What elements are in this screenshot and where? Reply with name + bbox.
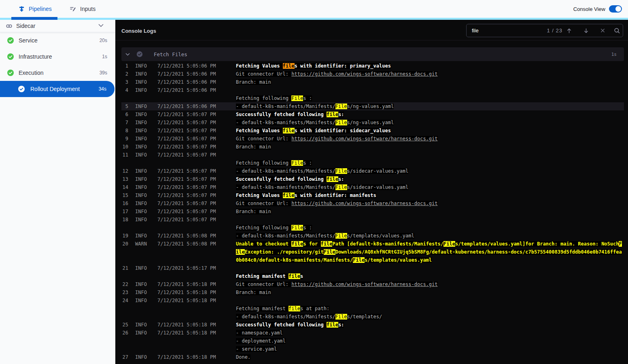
log-section-header[interactable]: Fetch Files 1s bbox=[121, 47, 624, 61]
stage-duration: 1s bbox=[102, 49, 107, 65]
log-message-cell: Git connector Url: https://github.com/wi… bbox=[236, 280, 624, 288]
stage-label: Execution bbox=[19, 65, 43, 81]
log-message-cell: Branch: main bbox=[236, 288, 624, 296]
log-message-cell: Fetching following Files : bbox=[236, 86, 624, 102]
log-line-number: 1 bbox=[121, 62, 128, 70]
log-message-cell: Branch: main bbox=[236, 207, 624, 216]
log-message-cell: Git connector Url: https://github.com/wi… bbox=[236, 199, 624, 207]
search-match: file bbox=[289, 273, 300, 279]
section-chevron-down-icon[interactable] bbox=[125, 53, 130, 56]
log-message: Fetching manifest files at path: bbox=[236, 306, 329, 311]
log-level: INFO bbox=[135, 216, 157, 232]
log-message: Unable to checkout files for filePath [d… bbox=[236, 241, 622, 263]
prev-match-button[interactable] bbox=[566, 28, 572, 34]
log-link[interactable]: https://github.com/wings-software/harnes… bbox=[291, 201, 437, 206]
log-line-number: 2 bbox=[121, 70, 128, 78]
active-tab-underline bbox=[11, 17, 57, 20]
log-timestamp: 7/12/2021 5:05:07 PM bbox=[157, 110, 236, 119]
log-message: Fetching Values files with identifier: m… bbox=[236, 193, 376, 198]
log-message: Branch: main bbox=[236, 209, 271, 214]
success-check-icon bbox=[18, 86, 25, 92]
log-timestamp: 7/12/2021 5:05:07 PM bbox=[157, 175, 236, 183]
log-line-16: 16INFO7/12/2021 5:05:07 PMGit connector … bbox=[121, 199, 624, 207]
log-message: - default-k8s-manifests/Manifests/Files/… bbox=[236, 314, 382, 320]
log-line-number: 27 bbox=[121, 353, 128, 361]
search-box[interactable]: file 1 / 23 bbox=[466, 24, 623, 37]
log-timestamp: 7/12/2021 5:05:08 PM bbox=[157, 240, 236, 264]
log-timestamp: 7/12/2021 5:05:07 PM bbox=[157, 167, 236, 175]
log-message-cell: - default-k8s-manifests/Manifests/Files/… bbox=[236, 167, 624, 175]
log-line-14: 14INFO7/12/2021 5:05:07 PM- default-k8s-… bbox=[121, 183, 624, 191]
log-line-10: 10INFO7/12/2021 5:05:07 PMBranch: main bbox=[121, 143, 624, 151]
log-level: INFO bbox=[135, 175, 157, 183]
next-match-button[interactable] bbox=[583, 28, 589, 34]
section-status-icon bbox=[136, 51, 143, 57]
log-line-19: 19INFO7/12/2021 5:05:08 PM- default-k8s-… bbox=[121, 232, 624, 240]
search-match: file bbox=[283, 193, 295, 198]
stage-duration: 20s bbox=[100, 32, 107, 49]
log-level: INFO bbox=[135, 191, 157, 199]
log-level: INFO bbox=[135, 102, 157, 110]
tab-pipelines-label: Pipelines bbox=[29, 6, 52, 12]
sidebar-item-rollout-deployment[interactable]: Rollout Deployment 34s bbox=[0, 81, 115, 97]
section-duration: 1s bbox=[611, 52, 617, 57]
console-view-toggle[interactable] bbox=[609, 5, 622, 13]
log-line-12: 12INFO7/12/2021 5:05:07 PM- default-k8s-… bbox=[121, 167, 624, 175]
sidebar-item-service[interactable]: Service20s bbox=[0, 32, 115, 49]
search-match: file bbox=[327, 322, 338, 328]
search-icon[interactable] bbox=[614, 28, 620, 34]
log-timestamp: 7/12/2021 5:05:07 PM bbox=[157, 135, 236, 143]
log-line-11: 11INFO7/12/2021 5:05:07 PMFetching follo… bbox=[121, 151, 624, 167]
log-message: Fetching following Files : bbox=[236, 160, 312, 166]
log-line-27: 27INFO7/12/2021 5:05:18 PMDone. bbox=[121, 353, 624, 361]
log-link[interactable]: https://github.com/wings-software/harnes… bbox=[291, 136, 437, 142]
clear-search-icon[interactable] bbox=[599, 28, 606, 34]
log-level: INFO bbox=[135, 232, 157, 240]
success-check-icon bbox=[7, 70, 14, 76]
console-logs-title: Console Logs bbox=[121, 28, 156, 34]
pipeline-header[interactable]: Sidecar bbox=[0, 20, 115, 32]
log-message: Git connector Url: https://github.com/wi… bbox=[236, 136, 438, 142]
log-message: - default-k8s-manifests/Manifests/Files/… bbox=[236, 233, 414, 239]
log-line-number: 12 bbox=[121, 167, 128, 175]
log-line-3: 3INFO7/12/2021 5:05:06 PMBranch: main bbox=[121, 78, 624, 86]
console-header: Console Logs file 1 / 23 bbox=[115, 20, 628, 40]
log-line-24: 24INFO7/12/2021 5:05:18 PMFetching manif… bbox=[121, 296, 624, 321]
pipeline-title: Sidecar bbox=[16, 23, 35, 29]
log-timestamp: 7/12/2021 5:05:07 PM bbox=[157, 207, 236, 216]
sidebar-item-execution[interactable]: Execution39s bbox=[0, 65, 115, 81]
log-line-number: 20 bbox=[121, 240, 128, 264]
log-timestamp: 7/12/2021 5:05:18 PM bbox=[157, 321, 236, 329]
log-line-17: 17INFO7/12/2021 5:05:07 PMBranch: main bbox=[121, 207, 624, 216]
log-timestamp: 7/12/2021 5:05:18 PM bbox=[157, 288, 236, 296]
log-timestamp: 7/12/2021 5:05:06 PM bbox=[157, 62, 236, 70]
log-level: INFO bbox=[135, 70, 157, 78]
stage-label: Infrastructure bbox=[19, 49, 52, 65]
log-message: Fetching following Files : bbox=[236, 225, 312, 231]
log-line-number: 25 bbox=[121, 321, 128, 329]
log-level: INFO bbox=[135, 329, 157, 353]
log-line-6: 6INFO7/12/2021 5:05:07 PMSuccessfully fe… bbox=[121, 110, 624, 119]
log-message: Successfully fetched following files: bbox=[236, 112, 344, 117]
log-level: WARN bbox=[135, 240, 157, 264]
log-link[interactable]: https://github.com/wings-software/harnes… bbox=[291, 281, 437, 287]
sidebar-item-infrastructure[interactable]: Infrastructure1s bbox=[0, 49, 115, 65]
log-line-23: 23INFO7/12/2021 5:05:18 PMBranch: main bbox=[121, 288, 624, 296]
log-message-cell: - namespace.yaml- deployment.yaml- servi… bbox=[236, 329, 624, 353]
log-timestamp: 7/12/2021 5:05:07 PM bbox=[157, 151, 236, 167]
search-input[interactable]: file bbox=[467, 28, 547, 34]
success-check-icon bbox=[7, 37, 14, 44]
log-line-1: 1INFO7/12/2021 5:05:06 PMFetching Values… bbox=[121, 62, 624, 70]
toggle-knob bbox=[615, 6, 621, 12]
log-line-number: 9 bbox=[121, 135, 128, 143]
log-link[interactable]: https://github.com/wings-software/harnes… bbox=[291, 71, 437, 77]
chevron-down-icon[interactable] bbox=[98, 24, 104, 27]
log-line-number: 7 bbox=[121, 119, 128, 127]
log-message-cell: Branch: main bbox=[236, 78, 624, 86]
log-timestamp: 7/12/2021 5:05:18 PM bbox=[157, 280, 236, 288]
stage-label: Service bbox=[19, 32, 38, 49]
log-timestamp: 7/12/2021 5:05:07 PM bbox=[157, 143, 236, 151]
tab-inputs[interactable]: Inputs bbox=[70, 0, 95, 18]
log-message-cell: Done. bbox=[236, 353, 624, 361]
tab-pipelines[interactable]: Pipelines bbox=[19, 0, 52, 18]
